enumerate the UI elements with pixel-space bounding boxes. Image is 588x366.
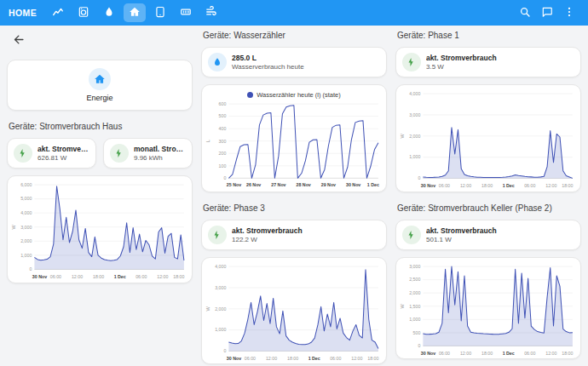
svg-text:1 Dec: 1 Dec xyxy=(308,355,320,360)
water-drop-icon xyxy=(208,53,227,71)
phase3-chart: 01,0002,0003,0004,000W30 Nov06:0012:0018… xyxy=(205,262,383,363)
svg-text:18:00: 18:00 xyxy=(562,183,573,188)
svg-text:30 Nov: 30 Nov xyxy=(346,182,360,187)
tab-home[interactable] xyxy=(124,3,146,22)
svg-text:1,000: 1,000 xyxy=(20,253,32,258)
badge-keller-akt-stromverbrauch[interactable]: akt. Stromverbrauch 501.1 W xyxy=(395,220,581,250)
svg-text:1 Dec: 1 Dec xyxy=(367,182,379,187)
keller-chart: 05001,0001,5002,0002,5003,000W30 Nov06:0… xyxy=(400,262,577,357)
section-title-keller: Geräte: Stromverbrauch Keller (Phase 2) xyxy=(397,203,581,213)
tab-washing-machine[interactable] xyxy=(72,3,95,22)
tablet-icon xyxy=(154,6,166,20)
keller-chart-card[interactable]: 05001,0001,5002,0002,5003,000W30 Nov06:0… xyxy=(395,257,581,360)
svg-text:18:00: 18:00 xyxy=(173,274,184,279)
wasserzaehler-chart: Wasserzähler heute (l) (state)0100200300… xyxy=(205,91,383,190)
svg-text:29 Nov: 29 Nov xyxy=(321,182,336,187)
menu-icon xyxy=(563,6,575,20)
svg-text:5,000: 5,000 xyxy=(20,196,32,201)
chart-legend: Wasserzähler heute (l) (state) xyxy=(205,91,383,99)
appbar-actions xyxy=(515,3,579,23)
svg-text:500: 500 xyxy=(413,329,421,335)
badge-wasserverbrauch[interactable]: 285.0 L Wasserverbrauch heute xyxy=(201,47,387,77)
svg-text:25 Nov: 25 Nov xyxy=(227,182,241,187)
svg-text:L: L xyxy=(205,140,210,142)
card-columns: Energie Geräte: Stromverbrauch Haus akt.… xyxy=(7,31,581,364)
haus-consumption-chart: 01,0002,0003,0004,0005,0006,000W30 Nov06… xyxy=(11,180,188,281)
svg-text:600: 600 xyxy=(219,101,227,106)
power-icon xyxy=(402,53,421,71)
badge-title: monatl. Stromverbrauch xyxy=(134,145,186,153)
wasserzaehler-chart-card[interactable]: Wasserzähler heute (l) (state)0100200300… xyxy=(201,84,387,192)
badge-value: 3.5 W xyxy=(426,63,497,71)
phase1-chart-card[interactable]: 01,0002,0003,0004,000W30 Nov06:0012:0018… xyxy=(395,84,581,192)
power-icon xyxy=(208,226,227,244)
section-title-phase1: Geräte: Phase 1 xyxy=(397,31,581,40)
svg-text:1,000: 1,000 xyxy=(409,154,420,159)
column-3: Geräte: Phase 1 akt. Stromverbrauch 3.5 … xyxy=(395,31,581,359)
svg-text:6,000: 6,000 xyxy=(20,182,32,187)
svg-text:12:00: 12:00 xyxy=(157,274,168,279)
tab-water[interactable] xyxy=(98,3,120,22)
column-1: Energie Geräte: Stromverbrauch Haus akt.… xyxy=(7,31,193,283)
tab-air[interactable] xyxy=(200,3,222,22)
svg-text:18:00: 18:00 xyxy=(93,274,104,279)
water-icon xyxy=(103,6,115,20)
badge-value: 122.2 W xyxy=(232,236,303,243)
section-title-wasserzaehler: Geräte: Wasserzähler xyxy=(203,31,387,40)
badge-value: 501.1 W xyxy=(426,236,497,243)
svg-text:12:00: 12:00 xyxy=(72,274,83,279)
svg-text:18:00: 18:00 xyxy=(481,183,493,188)
search-button[interactable] xyxy=(515,3,535,23)
badge-value: 626.81 W xyxy=(37,154,89,162)
svg-text:12:00: 12:00 xyxy=(460,183,471,188)
badge-title: akt. Stromverbrauch xyxy=(426,54,497,62)
menu-button[interactable] xyxy=(559,3,579,23)
svg-text:18:00: 18:00 xyxy=(287,355,298,360)
badge-title: akt. Stromverbrauch xyxy=(426,226,497,235)
badge-phase3-akt-stromverbrauch[interactable]: akt. Stromverbrauch 122.2 W xyxy=(201,220,387,250)
power-icon xyxy=(110,144,129,163)
badge-value-primary: 285.0 L xyxy=(232,54,304,62)
haus-chart-card[interactable]: 01,0002,0003,0004,0005,0006,000W30 Nov06… xyxy=(7,175,193,283)
view-tabs xyxy=(47,3,222,22)
assist-icon xyxy=(541,6,553,20)
legend-dot xyxy=(247,92,253,98)
svg-text:0: 0 xyxy=(223,348,226,353)
section-title-phase3: Geräte: Phase 3 xyxy=(203,203,387,213)
svg-text:27 Nov: 27 Nov xyxy=(271,182,285,187)
svg-text:2,000: 2,000 xyxy=(20,238,32,243)
home-icon xyxy=(89,68,111,90)
energy-view-card[interactable]: Energie xyxy=(7,60,193,111)
app-header: HOME xyxy=(0,0,588,26)
badge-value: 9.96 kWh xyxy=(134,154,186,162)
svg-text:0: 0 xyxy=(223,175,226,180)
svg-text:30 Nov: 30 Nov xyxy=(227,355,241,360)
badge-phase1-akt-stromverbrauch[interactable]: akt. Stromverbrauch 3.5 W xyxy=(395,47,581,77)
badge-haus-akt-stromverbrauch[interactable]: akt. Stromverbrauch 626.81 W xyxy=(7,138,96,169)
svg-text:1 Dec: 1 Dec xyxy=(114,274,126,279)
dashboard-title: HOME xyxy=(9,8,37,18)
badge-title: akt. Stromverbrauch xyxy=(232,226,303,235)
tab-counter[interactable] xyxy=(175,3,197,22)
counter-icon xyxy=(180,6,192,20)
badge-label: Wasserverbrauch heute xyxy=(232,63,304,71)
tab-tablet[interactable] xyxy=(149,3,171,22)
back-button[interactable] xyxy=(9,31,29,51)
svg-text:12:00: 12:00 xyxy=(545,350,556,355)
svg-text:06:00: 06:00 xyxy=(245,355,256,360)
haus-badge-row: akt. Stromverbrauch 626.81 W monatl. Str… xyxy=(7,138,193,169)
svg-text:100: 100 xyxy=(219,163,227,169)
tab-history[interactable] xyxy=(47,3,69,22)
column-2: Geräte: Wasserzähler 285.0 L Wasserverbr… xyxy=(201,31,387,364)
svg-text:28 Nov: 28 Nov xyxy=(297,182,311,187)
svg-text:400: 400 xyxy=(219,126,227,131)
svg-text:26 Nov: 26 Nov xyxy=(246,182,261,187)
power-icon xyxy=(14,144,32,163)
phase3-chart-card[interactable]: 01,0002,0003,0004,000W30 Nov06:0012:0018… xyxy=(201,257,387,365)
legend-label: Wasserzähler heute (l) (state) xyxy=(257,91,341,99)
badge-title: akt. Stromverbrauch xyxy=(37,145,89,153)
svg-text:06:00: 06:00 xyxy=(524,183,535,188)
svg-text:06:00: 06:00 xyxy=(524,350,535,355)
assist-button[interactable] xyxy=(537,3,557,23)
badge-haus-monatl-stromverbrauch[interactable]: monatl. Stromverbrauch 9.96 kWh xyxy=(103,138,193,169)
